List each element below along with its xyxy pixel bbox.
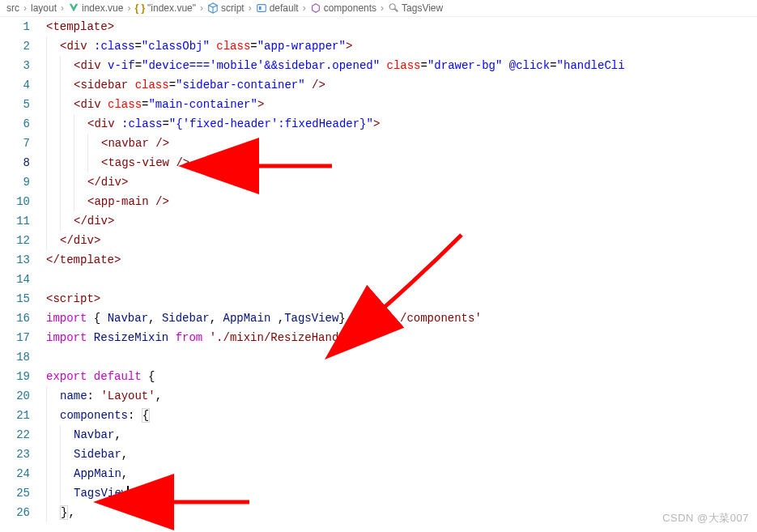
code-line[interactable]: components: { xyxy=(45,406,757,425)
line-number-gutter: 1234567891011121314151617181920212223242… xyxy=(0,17,45,531)
code-line[interactable]: <template> xyxy=(45,17,757,36)
breadcrumb-item[interactable]: src xyxy=(6,2,19,14)
line-number: 16 xyxy=(0,309,30,328)
svg-marker-0 xyxy=(70,4,79,12)
line-number: 15 xyxy=(0,289,30,309)
breadcrumb-label: components xyxy=(324,2,376,14)
text-cursor xyxy=(127,486,129,500)
breadcrumb-separator: › xyxy=(200,2,203,14)
code-line[interactable]: <div class="main-container"> xyxy=(45,95,757,114)
line-number: 14 xyxy=(0,270,30,289)
code-line[interactable]: export default { xyxy=(45,367,757,386)
code-line[interactable]: Sidebar, xyxy=(45,445,757,464)
watermark: CSDN @大菜007 xyxy=(662,511,749,526)
code-line[interactable]: <tags-view /> xyxy=(45,153,757,172)
breadcrumb-label: TagsView xyxy=(402,2,443,14)
line-number: 5 xyxy=(0,95,30,114)
line-number: 8 xyxy=(0,153,30,172)
breadcrumb-separator: › xyxy=(249,2,252,14)
code-line[interactable]: import ResizeMixin from './mixin/ResizeH… xyxy=(45,328,757,347)
breadcrumb-label: index.vue xyxy=(82,2,123,14)
code-line[interactable]: </div> xyxy=(45,211,757,231)
breadcrumb-item[interactable]: { }"index.vue" xyxy=(134,2,196,14)
breadcrumb-item[interactable]: TagsView xyxy=(388,2,443,14)
code-line[interactable]: </template> xyxy=(45,250,757,270)
line-number: 19 xyxy=(0,367,30,386)
code-line[interactable]: <app-main /> xyxy=(45,192,757,211)
breadcrumb-label: "index.vue" xyxy=(147,2,196,14)
line-number: 12 xyxy=(0,231,30,250)
code-line[interactable]: <navbar /> xyxy=(45,134,757,153)
line-number: 9 xyxy=(0,172,30,192)
breadcrumb-separator: › xyxy=(127,2,130,14)
breadcrumb-item[interactable]: default xyxy=(256,2,299,14)
code-line[interactable]: <script> xyxy=(45,289,757,309)
code-line[interactable]: <sidebar class="sidebar-container" /> xyxy=(45,75,757,95)
breadcrumb-separator: › xyxy=(23,2,27,14)
code-line[interactable]: TagsView xyxy=(45,483,757,503)
breadcrumb-item[interactable]: components xyxy=(310,2,376,14)
line-number: 17 xyxy=(0,328,30,347)
code-line[interactable]: <div :class="{'fixed-header':fixedHeader… xyxy=(45,114,757,134)
code-area[interactable]: <template><div :class="classObj" class="… xyxy=(45,17,757,531)
line-number: 2 xyxy=(0,36,30,56)
breadcrumb: src›layout›index.vue›{ }"index.vue"›scri… xyxy=(0,0,757,17)
code-line[interactable]: <div v-if="device==='mobile'&&sidebar.op… xyxy=(45,56,757,75)
code-line[interactable]: </div> xyxy=(45,231,757,250)
line-number: 4 xyxy=(0,75,30,95)
breadcrumb-item[interactable]: script xyxy=(207,2,245,14)
line-number: 3 xyxy=(0,56,30,75)
line-number: 6 xyxy=(0,114,30,134)
breadcrumb-label: layout xyxy=(31,2,57,14)
breadcrumb-label: default xyxy=(270,2,299,14)
line-number: 26 xyxy=(0,503,30,522)
line-number: 18 xyxy=(0,347,30,367)
svg-rect-2 xyxy=(259,6,262,10)
line-number: 7 xyxy=(0,134,30,153)
code-editor[interactable]: 1234567891011121314151617181920212223242… xyxy=(0,17,757,531)
breadcrumb-separator: › xyxy=(61,2,64,14)
code-line[interactable]: AppMain, xyxy=(45,464,757,483)
breadcrumb-separator: › xyxy=(303,2,306,14)
code-line[interactable]: Navbar, xyxy=(45,425,757,445)
line-number: 20 xyxy=(0,386,30,406)
code-line[interactable]: import { Navbar, Sidebar, AppMain ,TagsV… xyxy=(45,309,757,328)
line-number: 23 xyxy=(0,445,30,464)
code-line[interactable] xyxy=(45,270,757,289)
breadcrumb-item[interactable]: layout xyxy=(31,2,57,14)
line-number: 1 xyxy=(0,17,30,36)
line-number: 11 xyxy=(0,211,30,231)
breadcrumb-item[interactable]: index.vue xyxy=(68,2,123,14)
line-number: 10 xyxy=(0,192,30,211)
code-line[interactable] xyxy=(45,347,757,367)
line-number: 24 xyxy=(0,464,30,483)
code-line[interactable]: name: 'Layout', xyxy=(45,386,757,406)
line-number: 25 xyxy=(0,483,30,503)
breadcrumb-label: script xyxy=(221,2,245,14)
code-line[interactable]: }, xyxy=(45,503,757,522)
svg-rect-1 xyxy=(257,5,266,12)
line-number: 13 xyxy=(0,250,30,270)
code-line[interactable]: <div :class="classObj" class="app-wrappe… xyxy=(45,36,757,56)
line-number: 22 xyxy=(0,425,30,445)
breadcrumb-separator: › xyxy=(381,2,384,14)
line-number: 21 xyxy=(0,406,30,425)
code-line[interactable]: </div> xyxy=(45,172,757,192)
breadcrumb-label: src xyxy=(6,2,19,14)
